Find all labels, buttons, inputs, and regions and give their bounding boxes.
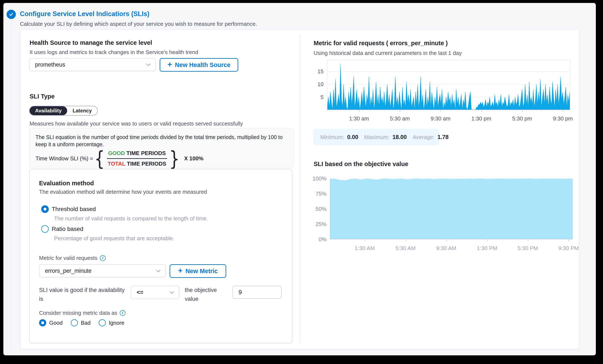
equation-suffix: X 100% (184, 155, 203, 162)
threshold-based-option[interactable]: Threshold based (41, 205, 96, 213)
sli-chart-ytick: 50% (298, 206, 326, 212)
missing-good-option[interactable]: Good (39, 319, 63, 326)
plus-icon: + (178, 266, 183, 275)
metric-chart-tick (359, 110, 359, 112)
sli-chart-ytick: 25% (298, 221, 326, 227)
sli-equation-text: The SLI equation is the number of good t… (35, 133, 285, 148)
stat-average-label: Average: (413, 134, 435, 141)
ratio-based-description: Percentage of good requests that are acc… (54, 235, 174, 242)
metric-chart-ytick: 10 (297, 81, 324, 88)
metric-valid-requests-field: Metric for valid requests i (39, 255, 106, 261)
objective-value-sentence: the objective value (185, 286, 227, 303)
new-health-source-button[interactable]: + New Health Source (160, 58, 238, 72)
stepper-line (11, 3, 12, 355)
metric-chart-xtick: 5:30 am (390, 115, 410, 122)
metric-chart-tick (481, 110, 482, 112)
missing-metric-field: Consider missing metric data as i (39, 310, 126, 316)
metric-chart-xtick: 1:30 am (349, 115, 369, 122)
metric-chart-tick (400, 110, 400, 112)
objective-value-input[interactable] (232, 286, 281, 299)
sli-type-description: Measures how available your service was … (30, 120, 243, 127)
equation-fraction: GOOD TIME PERIODS TOTAL TIME PERIODS (107, 150, 167, 167)
missing-good-radio[interactable] (39, 319, 46, 326)
sli-type-option-latency[interactable]: Latency (67, 106, 97, 115)
metric-chart-tick (441, 110, 441, 112)
checkmark-icon (9, 12, 14, 17)
stat-average-value: 1.78 (437, 134, 449, 141)
sli-chart-tick (365, 239, 365, 241)
sli-equation-formula: Time Window SLI (%) = { GOOD TIME PERIOD… (35, 150, 288, 167)
ratio-based-radio[interactable] (41, 225, 49, 233)
plus-icon: + (167, 60, 172, 69)
valid-requests-metric-value: errors_per_minute (45, 268, 92, 274)
stat-maximum-label: Maximum: (364, 134, 389, 141)
metric-chart-ytick: 5 (297, 94, 324, 101)
sli-chart-xtick: 1:30 AM (355, 245, 375, 252)
screenshot-root: { "icons": { "plus": "+", "info": "i" },… (0, 0, 603, 364)
stat-minimum-value: 0.00 (347, 134, 359, 141)
sli-chart-xtick: 1:30 PM (477, 245, 497, 252)
chevron-down-icon (146, 61, 151, 66)
sli-chart-xtick: 9:30 PM (558, 245, 579, 252)
step-complete-check-icon (7, 10, 16, 19)
app-page: Configure Service Level Indicatiors (SLI… (3, 3, 596, 355)
threshold-based-description: The number of valid requests is compared… (54, 215, 208, 222)
missing-bad-label: Bad (81, 320, 91, 326)
sli-chart-tick (406, 239, 406, 241)
sli-type-heading: SLI Type (30, 93, 55, 100)
metric-valid-requests-label: Metric for valid requests (39, 255, 97, 261)
ratio-based-option[interactable]: Ratio based (41, 225, 83, 233)
sli-type-option-availability[interactable]: Availability (30, 106, 67, 115)
new-health-source-button-label: New Health Source (175, 61, 231, 69)
info-icon[interactable]: i (100, 255, 106, 261)
metric-chart-heading: Metric for valid requests ( errors_per_m… (314, 40, 448, 47)
metric-chart-ytick: 15 (297, 68, 324, 75)
metric-chart-xtick: 9:30 pm (553, 115, 573, 122)
total-time-periods-label: TOTAL (108, 161, 126, 167)
metric-chart-tick (522, 110, 522, 112)
sli-equation-box: The SLI equation is the number of good t… (29, 128, 294, 167)
comparator-value: <= (137, 289, 143, 296)
column-divider (300, 34, 300, 343)
sli-chart-tick (446, 239, 447, 241)
metric-chart-xtick: 9:30 am (431, 115, 451, 122)
sli-chart-ytick: 75% (298, 190, 326, 197)
new-metric-button[interactable]: + New Metric (170, 264, 226, 278)
comparator-select[interactable]: <= (131, 286, 179, 299)
missing-ignore-option[interactable]: Ignore (99, 319, 124, 326)
sli-chart-xtick: 5:30 PM (518, 245, 538, 252)
sli-chart-tick (568, 239, 569, 241)
threshold-based-radio[interactable] (41, 205, 49, 213)
denominator-rest: TIME PERIODS (126, 161, 166, 167)
missing-ignore-radio[interactable] (99, 319, 106, 326)
health-source-select[interactable]: prometheus (29, 58, 156, 71)
evaluation-method-heading: Evaluation method (39, 180, 94, 187)
good-time-periods-label: GOOD (108, 150, 125, 156)
missing-bad-option[interactable]: Bad (71, 319, 91, 326)
valid-requests-metric-select[interactable]: errors_per_minute (39, 264, 166, 277)
missing-bad-radio[interactable] (71, 319, 78, 326)
sli-chart-plot (330, 178, 573, 239)
missing-metric-label: Consider missing metric data as (39, 310, 117, 316)
numerator-rest: TIME PERIODS (125, 150, 166, 156)
sli-chart-ytick: 0% (298, 236, 326, 243)
sli-chart-heading: SLI based on the objective value (314, 161, 408, 167)
sli-good-sentence: SLI value is good if the availability is (39, 286, 125, 303)
info-icon[interactable]: i (120, 310, 126, 316)
page-subtitle: Calculate your SLI by defining which asp… (20, 21, 257, 27)
sli-chart-ytick: 100% (298, 175, 326, 182)
sli-chart-tick (487, 239, 487, 241)
missing-good-label: Good (49, 320, 63, 326)
sli-type-toggle: Availability Latency (29, 106, 98, 116)
metric-chart-xtick: 5:30 pm (512, 115, 532, 122)
health-source-select-value: prometheus (35, 61, 65, 68)
metric-stats-bar: Minimum: 0.00 Maximum: 18.00 Average: 1.… (314, 129, 439, 145)
sli-chart-tick (528, 239, 528, 241)
evaluation-method-subheading: The evaluation method will determine how… (39, 189, 207, 195)
metric-chart-xtick: 1:30 pm (471, 115, 491, 122)
equation-label: Time Window SLI (%) = (35, 155, 93, 162)
health-source-heading: Health Source to manage the service leve… (30, 39, 152, 46)
metric-chart-svg (327, 60, 570, 110)
chevron-down-icon (170, 289, 174, 294)
metric-chart-subheading: Using historical data and current parame… (314, 50, 462, 56)
